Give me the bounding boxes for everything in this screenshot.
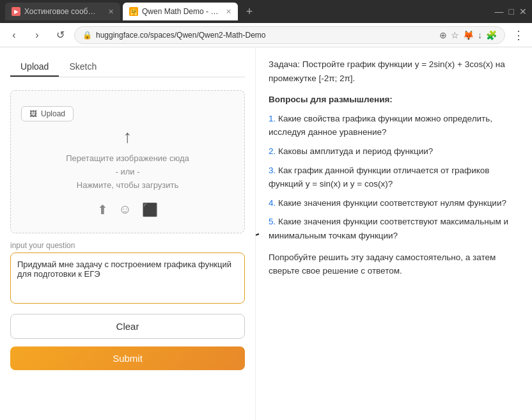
tab1-title: Хостинговое сообщество «Tim — [24, 7, 102, 16]
emoji-icon[interactable]: ☺ — [118, 202, 131, 217]
question-num-4: 4. — [269, 198, 276, 208]
question-num-1: 1. — [269, 114, 276, 123]
submit-button[interactable]: Submit — [10, 346, 245, 370]
share-icon[interactable]: ⬆ — [97, 202, 108, 217]
question-item-1: 1. Какие свойства графика функции можно … — [269, 112, 519, 139]
tab-upload[interactable]: Upload — [10, 58, 59, 77]
task-content: Задача: Постройте график функции y = 2si… — [269, 59, 505, 83]
address-icons: ⊕ ☆ 🦊 ↓ 🧩 — [439, 30, 497, 40]
tab2-title: Qwen Math Demo - a Hugging — [142, 7, 219, 16]
question-num-2: 2. — [269, 146, 276, 156]
upload-hint: Перетащите изображение сюда - или - Нажм… — [66, 152, 189, 192]
copy-icon[interactable]: ⬛ — [142, 202, 158, 217]
tab-2[interactable]: 🤗 Qwen Math Demo - a Hugging ✕ — [123, 3, 238, 20]
forward-button[interactable]: › — [28, 26, 46, 44]
question-text-5: Какие значения функции соответствуют мак… — [269, 217, 508, 240]
upload-hint-line2: Нажмите, чтобы загрузить — [77, 180, 178, 190]
extensions-icon[interactable]: 🧩 — [486, 30, 497, 40]
browser-chrome: ▶ Хостинговое сообщество «Tim ✕ 🤗 Qwen M… — [0, 0, 532, 47]
maximize-button[interactable]: □ — [509, 6, 514, 17]
note-text: Попробуйте решить эту задачу самостоятел… — [269, 251, 519, 278]
question-section: input your question — [10, 241, 245, 306]
left-panel: Upload Sketch 🖼 Upload ↑ Перетащите изоб… — [0, 47, 256, 420]
reload-button[interactable]: ↺ — [51, 26, 69, 44]
arrow-annotation — [256, 221, 265, 247]
tab-1[interactable]: ▶ Хостинговое сообщество «Tim ✕ — [5, 3, 120, 20]
upload-hint-divider: - или - — [115, 167, 139, 176]
tab1-close[interactable]: ✕ — [108, 8, 114, 16]
add-tab-button[interactable]: + — [240, 3, 258, 20]
question-text-3: Как график данной функции отличается от … — [269, 166, 489, 189]
tab-bar: ▶ Хостинговое сообщество «Tim ✕ 🤗 Qwen M… — [0, 0, 532, 23]
question-item-5: 5. Какие значения функции соответствуют … — [269, 215, 519, 242]
download-icon[interactable]: ↓ — [478, 30, 482, 40]
lock-icon: 🔒 — [82, 31, 92, 40]
question-num-3: 3. — [269, 166, 276, 175]
note-content: Попробуйте решить эту задачу самостоятел… — [269, 253, 496, 276]
question-item-4: 4. Какие значения функции соответствуют … — [269, 196, 519, 210]
task-text: Задача: Постройте график функции y = 2si… — [269, 58, 519, 85]
question-num-5: 5. — [269, 217, 276, 226]
tab1-favicon: ▶ — [12, 7, 20, 16]
upload-bottom-icons: ⬆ ☺ ⬛ — [97, 202, 157, 217]
address-bar: ‹ › ↺ 🔒 huggingface.co/spaces/Qwen/Qwen2… — [0, 23, 532, 47]
tab2-favicon: 🤗 — [129, 7, 138, 16]
reflection-title: Вопросы для размышления: — [269, 93, 519, 107]
minimize-button[interactable]: — — [495, 6, 504, 17]
tab-sketch[interactable]: Sketch — [59, 58, 107, 77]
upload-area[interactable]: 🖼 Upload ↑ Перетащите изображение сюда -… — [10, 90, 245, 233]
cast-icon[interactable]: ⊕ — [439, 30, 447, 40]
upload-arrow-icon: ↑ — [123, 127, 132, 147]
close-button[interactable]: ✕ — [519, 6, 527, 17]
question-item-3: 3. Как график данной функции отличается … — [269, 164, 519, 191]
question-label: input your question — [10, 241, 245, 250]
upload-inner-button[interactable]: 🖼 Upload — [21, 106, 74, 121]
address-text: huggingface.co/spaces/Qwen/Qwen2-Math-De… — [96, 31, 265, 40]
address-input[interactable]: 🔒 huggingface.co/spaces/Qwen/Qwen2-Math-… — [74, 26, 505, 44]
upload-btn-label: Upload — [41, 109, 65, 118]
back-button[interactable]: ‹ — [5, 26, 23, 44]
question-text-4: Какие значения функции соответствуют нул… — [278, 198, 506, 208]
question-text-1: Какие свойства графика функции можно опр… — [269, 114, 492, 137]
upload-hint-line1: Перетащите изображение сюда — [66, 153, 189, 163]
right-panel: Задача: Постройте график функции y = 2si… — [256, 47, 532, 420]
window-controls: — □ ✕ — [495, 6, 527, 17]
clear-button[interactable]: Clear — [10, 314, 245, 339]
image-icon: 🖼 — [29, 109, 37, 118]
tab2-close[interactable]: ✕ — [226, 8, 231, 16]
browser-menu-button[interactable]: ⋮ — [510, 26, 527, 45]
question-text-2: Каковы амплитуда и период функции? — [278, 146, 433, 156]
upload-tabs: Upload Sketch — [10, 58, 245, 77]
star-icon[interactable]: ☆ — [451, 30, 459, 40]
question-input[interactable] — [10, 253, 245, 304]
profile-icon[interactable]: 🦊 — [463, 30, 474, 40]
main-content: Upload Sketch 🖼 Upload ↑ Перетащите изоб… — [0, 47, 532, 420]
question-item-2: 2. Каковы амплитуда и период функции? — [269, 144, 519, 159]
